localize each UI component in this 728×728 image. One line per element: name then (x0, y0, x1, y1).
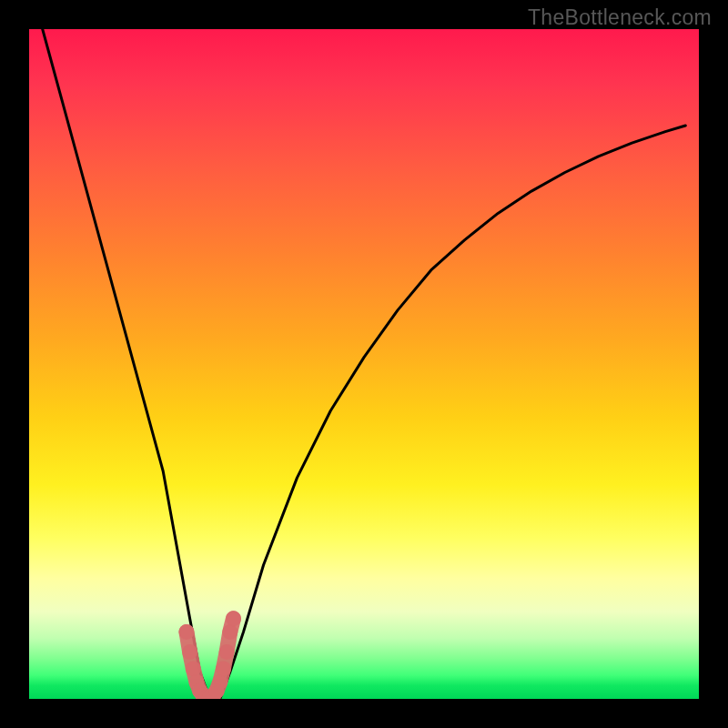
valley-marker (178, 611, 241, 699)
bottleneck-curve (43, 29, 686, 699)
svg-point-10 (212, 674, 228, 690)
plot-area (29, 29, 699, 699)
svg-point-1 (182, 644, 197, 660)
chart-frame: TheBottleneck.com (0, 0, 728, 728)
svg-point-0 (178, 624, 194, 640)
svg-point-14 (226, 611, 241, 626)
svg-point-2 (186, 661, 201, 676)
svg-point-12 (219, 644, 235, 660)
svg-point-13 (222, 624, 238, 640)
chart-svg (29, 29, 699, 699)
svg-point-11 (216, 661, 231, 676)
watermark-text: TheBottleneck.com (528, 5, 712, 30)
